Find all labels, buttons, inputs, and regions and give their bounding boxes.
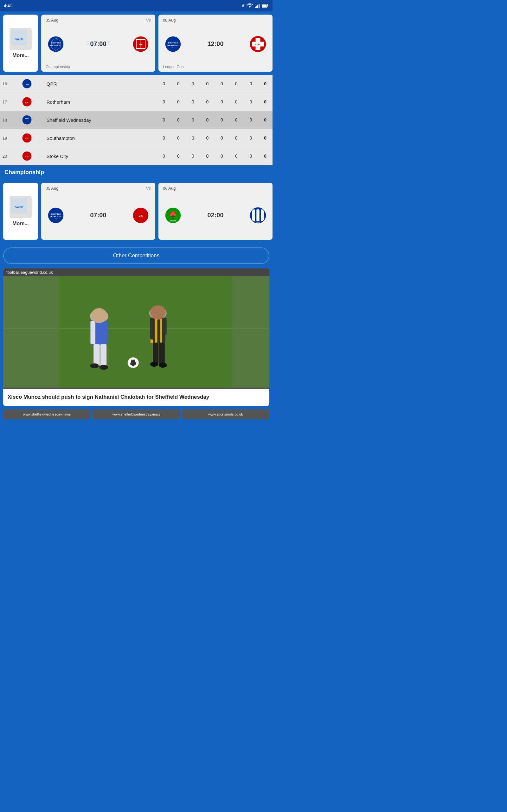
row-team-name: Sheffield Wednesday (45, 111, 157, 129)
a-icon: A (242, 3, 245, 8)
champ-match-card-2[interactable]: 06 Aug ROVERS 02:00 (158, 183, 273, 240)
row-col4: 0 (200, 129, 215, 147)
svg-text:SHEFFIELD: SHEFFIELD (51, 213, 60, 215)
row-points: 0 (258, 75, 273, 93)
match-card-1[interactable]: 05 Aug Vs SKY BET SHEFFIELD WEDNESDAY FC… (41, 14, 155, 72)
match-2-time: 12:00 (207, 40, 223, 48)
row-badge: RUFC (9, 93, 45, 111)
table-row[interactable]: 19 SFC Southampton 0 0 0 0 0 0 0 0 (0, 129, 273, 147)
match-2-date: 08 Aug (163, 18, 176, 22)
row-col2: 0 (171, 147, 186, 165)
svg-text:QPR: QPR (25, 84, 29, 85)
row-rank: 20 (0, 147, 9, 165)
champ-match-card-1[interactable]: 05 Aug Vs SHEFFIELD WEDNESDAY FC 07:00 S… (41, 183, 155, 240)
league-table-section: 16 QPR QPR 0 0 0 0 0 0 0 0 17 RUFC Rothe… (0, 75, 273, 165)
row-rank: 19 (0, 129, 9, 147)
row-col4: 0 (200, 147, 215, 165)
bottom-link-1[interactable]: www.sheffieldwednesday.news (3, 409, 91, 419)
svg-text:SHEFFIELD: SHEFFIELD (168, 42, 178, 44)
row-badge: SCFC (9, 147, 45, 165)
row-col5: 0 (215, 75, 229, 93)
row-col1: 0 (157, 93, 171, 111)
match-card-1-header: 05 Aug Vs (46, 18, 151, 22)
svg-rect-79 (162, 318, 167, 335)
row-badge: SFC (9, 129, 45, 147)
row-badge: SWFC (9, 111, 45, 129)
row-team-name: Stoke City (45, 147, 157, 165)
svg-rect-1 (255, 7, 256, 8)
row-rank: 16 (0, 75, 9, 93)
sheffield-wednesday-badge-2: SHEFFIELD WEDNESDAY FC (163, 34, 183, 54)
more-card-icon: SWFC (9, 28, 32, 50)
svg-text:SWFC: SWFC (15, 38, 23, 41)
table-row[interactable]: 16 QPR QPR 0 0 0 0 0 0 0 0 (0, 75, 273, 93)
svg-point-82 (150, 362, 158, 367)
more-card-champ[interactable]: SWFC More... (3, 183, 38, 240)
table-row[interactable]: 20 SCFC Stoke City 0 0 0 0 0 0 0 0 (0, 147, 273, 165)
row-col2: 0 (171, 111, 186, 129)
row-col1: 0 (157, 129, 171, 147)
row-col5: 0 (215, 147, 229, 165)
news-card[interactable]: footballleagueworld.co.uk (3, 268, 269, 406)
row-points: 0 (258, 129, 273, 147)
battery-icon (262, 4, 269, 8)
blackburn-badge: ROVERS (163, 205, 183, 225)
other-comp-label: Other Competitions (113, 252, 159, 258)
more-label-champ: More... (12, 221, 29, 226)
signal-icon (255, 3, 260, 8)
match-card-2[interactable]: 08 Aug SHEFFIELD WEDNESDAY FC 12:00 (158, 14, 273, 72)
svg-rect-62 (3, 270, 59, 387)
row-rank: 18 (0, 111, 9, 129)
svg-rect-2 (256, 6, 257, 8)
row-team-name: Southampton (45, 129, 157, 147)
row-col5: 0 (215, 111, 229, 129)
other-competitions-button[interactable]: Other Competitions (3, 247, 269, 264)
svg-rect-3 (257, 5, 258, 8)
championship-title: Championship (4, 169, 44, 175)
champ-southampton-badge: SFC (130, 205, 151, 225)
svg-text:RUFC: RUFC (25, 102, 30, 103)
match-1-teams: SHEFFIELD WEDNESDAY FC 07:00 SFC (46, 25, 151, 63)
table-row[interactable]: 18 SWFC Sheffield Wednesday 0 0 0 0 0 0 … (0, 111, 273, 129)
wifi-icon (246, 3, 253, 8)
row-col5: 0 (215, 129, 229, 147)
more-card-top[interactable]: SWFC More... (3, 14, 38, 72)
svg-text:SWFC: SWFC (25, 118, 29, 119)
svg-rect-80 (153, 343, 159, 365)
table-row[interactable]: 17 RUFC Rotherham 0 0 0 0 0 0 0 0 (0, 93, 273, 111)
svg-text:SWFC: SWFC (15, 206, 23, 209)
match-card-2-header: 08 Aug (163, 18, 268, 22)
row-col1: 0 (157, 147, 171, 165)
svg-rect-67 (102, 321, 107, 340)
svg-text:WBA: WBA (257, 222, 260, 223)
row-col4: 0 (200, 93, 215, 111)
time-display: 4:41 (4, 3, 12, 8)
top-matches-row: SWFC More... 05 Aug Vs SKY BET SHEFFIELD… (0, 11, 273, 75)
match-1-time: 07:00 (90, 40, 106, 48)
row-points: 0 (258, 111, 273, 129)
stoke-badge: SCFC (248, 34, 268, 54)
match-1-vs: Vs (146, 18, 151, 22)
bottom-link-2[interactable]: www.sheffieldwednesday.news (93, 409, 180, 419)
row-col3: 0 (186, 129, 200, 147)
league-table: 16 QPR QPR 0 0 0 0 0 0 0 0 17 RUFC Rothe… (0, 75, 273, 165)
row-team-name: Rotherham (45, 93, 157, 111)
bottom-links-row: www.sheffieldwednesday.news www.sheffiel… (0, 409, 273, 422)
row-col6: 0 (229, 93, 244, 111)
champ-match-2-time: 02:00 (207, 212, 223, 219)
sheffield-wednesday-badge: SHEFFIELD WEDNESDAY FC (46, 34, 66, 54)
bottom-link-3[interactable]: www.sportsmole.co.uk (182, 409, 269, 419)
row-col3: 0 (186, 111, 200, 129)
svg-rect-68 (94, 344, 100, 366)
champ-match-2-date: 06 Aug (163, 186, 176, 191)
row-col2: 0 (171, 93, 186, 111)
row-col5: 0 (215, 93, 229, 111)
svg-point-83 (159, 362, 167, 368)
svg-text:WEDNESDAY: WEDNESDAY (167, 44, 179, 46)
row-col2: 0 (171, 129, 186, 147)
championship-matches-row: SWFC More... 05 Aug Vs SHEFFIELD WEDNESD… (0, 180, 273, 243)
news-source-bar: footballleagueworld.co.uk (3, 268, 269, 276)
svg-text:ROVERS: ROVERS (170, 220, 176, 221)
status-icons: A (242, 3, 269, 8)
west-brom-badge: WBA (248, 205, 268, 225)
